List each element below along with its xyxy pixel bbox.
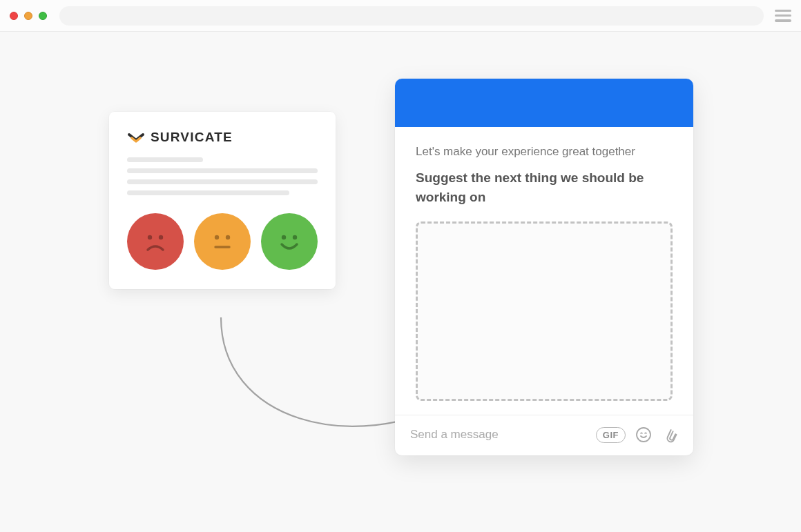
maximize-window-button[interactable] (39, 12, 47, 20)
brand-logo: SURVICATE (127, 130, 318, 145)
neutral-face-icon (204, 224, 240, 259)
rating-happy[interactable] (261, 213, 318, 270)
survicate-survey-card: SURVICATE (109, 112, 336, 289)
minimize-window-button[interactable] (24, 12, 32, 20)
chat-header (395, 79, 693, 127)
emoji-picker-icon[interactable] (635, 426, 652, 443)
svg-point-5 (282, 235, 286, 239)
rating-neutral[interactable] (194, 213, 251, 270)
chat-widget: Let's make your experience great togethe… (395, 79, 693, 455)
chat-subtitle: Let's make your experience great togethe… (416, 145, 673, 159)
text-placeholder (127, 190, 289, 195)
rating-sad[interactable] (127, 213, 184, 270)
svg-point-3 (226, 235, 230, 239)
suggestion-textarea[interactable] (416, 221, 673, 401)
svg-point-7 (637, 428, 650, 442)
chat-footer: Send a message GIF (395, 415, 693, 455)
rating-faces (127, 213, 318, 270)
survicate-logo-icon (127, 130, 145, 145)
svg-point-0 (148, 235, 152, 239)
attachment-icon[interactable] (662, 426, 678, 443)
text-placeholder (127, 168, 318, 173)
chat-body: Let's make your experience great togethe… (395, 127, 693, 415)
svg-point-6 (293, 235, 297, 239)
frown-icon (137, 224, 173, 259)
svg-point-2 (215, 235, 219, 239)
chat-prompt-title: Suggest the next thing we should be work… (416, 168, 673, 206)
close-window-button[interactable] (10, 12, 18, 20)
chat-actions: GIF (596, 426, 678, 443)
address-bar[interactable] (59, 6, 764, 26)
smile-icon (271, 224, 307, 259)
chat-message-input[interactable]: Send a message (410, 428, 596, 442)
svg-point-1 (159, 235, 163, 239)
brand-name: SURVICATE (151, 130, 233, 145)
window-controls (10, 12, 47, 20)
menu-icon[interactable] (775, 10, 791, 22)
gif-button[interactable]: GIF (596, 427, 626, 443)
text-placeholder (127, 179, 318, 184)
browser-chrome (0, 0, 801, 32)
text-placeholder (127, 157, 203, 162)
